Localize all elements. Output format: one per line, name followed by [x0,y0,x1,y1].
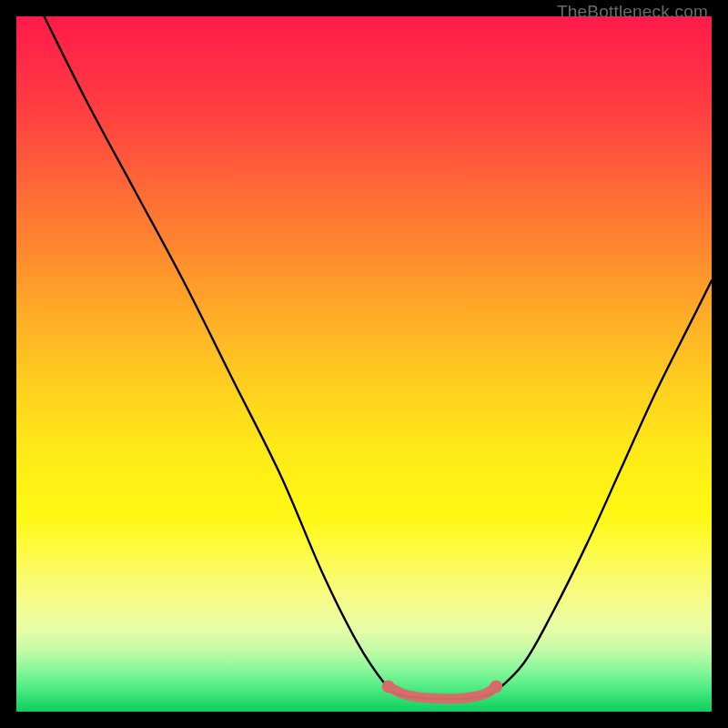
highlight-start-dot [382,681,395,693]
chart-stage: TheBottleneck.com [0,0,728,728]
bottleneck-curve [45,16,712,699]
curve-layer [16,16,712,712]
highlight-markers [382,681,502,699]
plot-area [16,16,712,712]
watermark-text: TheBottleneck.com [557,2,708,22]
highlight-end-dot [490,681,502,693]
highlight-stroke [389,687,496,699]
curve-path [45,16,712,699]
